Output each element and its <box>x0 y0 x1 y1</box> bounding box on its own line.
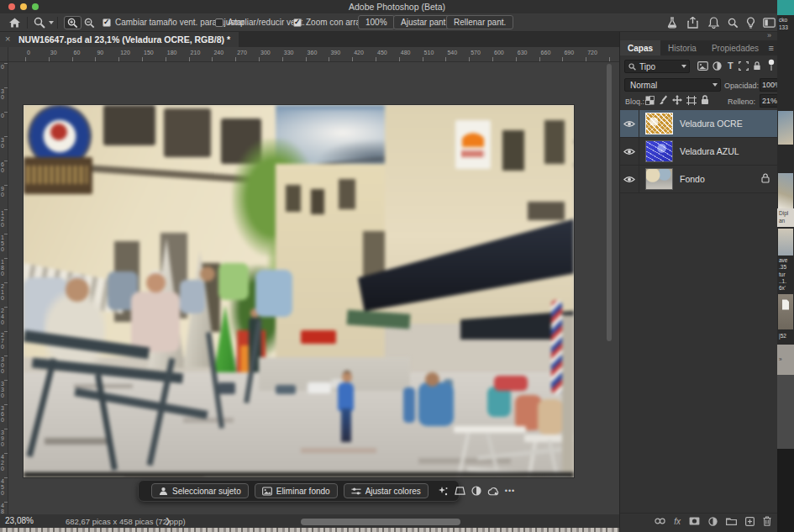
divider <box>57 17 58 29</box>
layer-name[interactable]: Fondo <box>680 174 705 184</box>
eye-icon <box>623 120 635 128</box>
opacity-field[interactable]: 100% <box>760 78 777 92</box>
lock-transparent-pixels-icon[interactable] <box>645 96 655 105</box>
zoom-in-button[interactable] <box>64 16 82 29</box>
resize-window-checkbox[interactable] <box>103 18 111 27</box>
layers-panel: » Capas Historia Propiedades ≡ Tipo T <box>619 32 777 532</box>
visibility-toggle[interactable] <box>620 166 639 193</box>
chevron-down-icon <box>712 83 718 87</box>
filter-type-label: Tipo <box>639 62 655 71</box>
layer-name[interactable]: Veladura AZUL <box>680 146 739 156</box>
bg-text-fragment: 6x' <box>779 285 786 291</box>
layer-thumbnail[interactable] <box>645 168 673 190</box>
adjustment-layer-icon[interactable] <box>708 517 718 526</box>
horizontal-scrollbar[interactable] <box>301 519 460 525</box>
new-group-folder-icon[interactable] <box>726 517 737 525</box>
tab-propiedades[interactable]: Propiedades <box>704 40 766 55</box>
bg-thumbnail <box>778 173 793 208</box>
filter-toggle-pin[interactable] <box>768 59 775 72</box>
bg-text-fragment: cko <box>779 17 787 23</box>
photoshop-window: Adobe Photoshop (Beta) Cambiar tamaño ve… <box>0 0 794 532</box>
layer-name[interactable]: Veladura OCRE <box>680 119 743 129</box>
bell-icon[interactable] <box>708 16 719 29</box>
adjust-colors-label: Ajustar colores <box>365 487 421 496</box>
cloud-sync-icon[interactable] <box>487 487 499 496</box>
zoom-tool-icon[interactable] <box>34 16 54 29</box>
layer-row-veladura-ocre[interactable]: Veladura OCRE <box>620 110 778 138</box>
filter-adjustment-layers-icon[interactable] <box>712 61 722 71</box>
panel-menu-icon[interactable]: ≡ <box>769 43 773 53</box>
remove-background-button[interactable]: Eliminar fondo <box>255 483 338 498</box>
filter-shape-layers-icon[interactable] <box>739 61 749 71</box>
filter-pixel-layers-icon[interactable] <box>697 61 708 71</box>
transform-icon[interactable] <box>455 486 465 496</box>
layer-mask-icon[interactable] <box>689 517 700 525</box>
bg-text-fragment: ave <box>779 257 787 263</box>
layer-thumbnail[interactable] <box>645 140 673 162</box>
panel-tabs: Capas Historia Propiedades ≡ <box>620 40 778 55</box>
options-bar: Cambiar tamaño vent. para ajustar Amplia… <box>0 13 777 32</box>
link-layers-icon[interactable] <box>655 518 665 524</box>
status-chevron-icon[interactable]: ❯ <box>165 517 171 525</box>
chevron-down-icon <box>681 65 686 68</box>
more-options-icon[interactable]: ••• <box>505 487 515 495</box>
scrubby-zoom-checkbox[interactable] <box>293 18 302 27</box>
zoom-out-button[interactable] <box>84 16 95 29</box>
title-bar: Adobe Photoshop (Beta) <box>0 0 794 13</box>
lock-label: Bloq.: <box>625 97 644 106</box>
filter-smart-objects-icon[interactable] <box>753 61 761 71</box>
new-layer-icon[interactable] <box>745 517 755 526</box>
vertical-scrollbar[interactable] <box>607 64 612 341</box>
fill-field[interactable]: 21% <box>760 94 777 108</box>
ruler-corner <box>0 47 8 62</box>
select-subject-label: Seleccionar sujeto <box>172 487 241 496</box>
blend-mode-dropdown[interactable]: Normal <box>624 78 721 92</box>
bg-text-fragment: an <box>779 218 785 224</box>
image-icon <box>262 487 272 496</box>
adjust-colors-button[interactable]: Ajustar colores <box>344 483 429 498</box>
fill-label: Relleno: <box>728 97 755 106</box>
discover-lightbulb-icon[interactable] <box>746 16 755 29</box>
lock-all-icon[interactable] <box>701 95 709 105</box>
fill-value: 21% <box>762 97 777 105</box>
document-tab[interactable]: × NUW16647.psd al 23,1% (Veladura OCRE, … <box>0 32 239 47</box>
zoom-100-button[interactable]: 100% <box>358 15 395 29</box>
bg-text-fragment: Dipl <box>779 210 788 216</box>
canvas-pasteboard[interactable] <box>8 62 619 514</box>
layer-lock-icon <box>761 171 770 187</box>
share-icon[interactable] <box>687 16 698 29</box>
filter-type-layers-icon[interactable]: T <box>728 61 734 71</box>
close-tab-icon[interactable]: × <box>5 34 10 44</box>
lock-position-move-icon[interactable] <box>672 95 682 105</box>
search-icon[interactable] <box>728 16 739 29</box>
tab-historia[interactable]: Historia <box>660 40 704 55</box>
delete-layer-trash-icon[interactable] <box>763 516 771 526</box>
lock-artboard-icon[interactable] <box>686 96 697 105</box>
bg-text-fragment: tur <box>779 271 786 277</box>
ruler-horizontal[interactable]: 0306090120150180210240270300330360390420… <box>0 47 619 62</box>
divider <box>27 17 28 29</box>
layer-row-fondo[interactable]: Fondo <box>620 166 778 193</box>
layer-thumbnail[interactable] <box>645 113 673 134</box>
visibility-toggle[interactable] <box>620 110 639 138</box>
tab-capas[interactable]: Capas <box>620 40 660 55</box>
select-subject-button[interactable]: Seleccionar sujeto <box>151 483 249 498</box>
beta-flask-icon[interactable] <box>667 16 677 29</box>
home-icon[interactable] <box>9 16 20 29</box>
remove-background-label: Eliminar fondo <box>276 487 330 496</box>
lock-image-pixels-brush-icon[interactable] <box>659 95 668 105</box>
layer-filter-dropdown[interactable]: Tipo <box>624 60 690 73</box>
fill-screen-button[interactable]: Rellenar pant. <box>446 15 513 29</box>
layer-effects-icon[interactable]: fx <box>674 517 681 526</box>
visibility-toggle[interactable] <box>620 138 639 166</box>
zoom-level-field[interactable]: 23,08% <box>5 516 34 525</box>
ruler-vertical[interactable]: 0300306090120150180210240270300330360390… <box>0 62 8 514</box>
adjustment-half-circle-icon[interactable] <box>471 486 481 496</box>
zoom-all-windows-checkbox[interactable] <box>215 18 223 27</box>
collapse-dock-icon[interactable]: » <box>767 31 771 40</box>
eye-icon <box>623 176 635 183</box>
generative-sparkle-icon[interactable] <box>438 486 449 497</box>
layer-row-veladura-azul[interactable]: Veladura AZUL <box>620 138 778 166</box>
canvas-image[interactable] <box>24 105 574 477</box>
page-icon <box>781 299 790 310</box>
